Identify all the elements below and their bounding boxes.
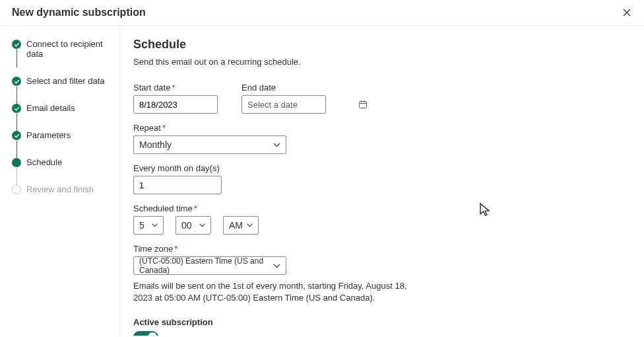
check-icon — [12, 77, 21, 86]
close-icon — [623, 9, 631, 17]
start-date-input[interactable] — [133, 95, 218, 114]
page-title: New dynamic subscription — [12, 7, 146, 19]
minute-value: 00 — [181, 220, 192, 231]
step-review-finish[interactable]: Review and finish — [12, 184, 112, 194]
step-schedule[interactable]: Schedule — [12, 157, 112, 167]
timezone-value: (UTC-05:00) Eastern Time (US and Canada) — [139, 256, 269, 275]
calendar-icon — [358, 100, 368, 109]
repeat-select[interactable]: Monthly — [133, 135, 286, 154]
schedule-summary: Emails will be sent on the 1st of every … — [133, 280, 417, 304]
every-month-input-wrap[interactable] — [133, 176, 222, 194]
step-email-details[interactable]: Email details — [12, 103, 112, 113]
section-description: Send this email out on a recurring sched… — [133, 57, 626, 67]
step-label: Review and finish — [26, 184, 94, 194]
toggle-knob — [148, 332, 157, 336]
ampm-value: AM — [229, 220, 243, 231]
check-icon — [12, 40, 21, 49]
step-parameters[interactable]: Parameters — [12, 130, 112, 140]
future-step-icon — [12, 185, 21, 194]
step-label: Select and filter data — [26, 76, 105, 86]
chevron-down-icon — [273, 143, 280, 147]
close-button[interactable] — [622, 7, 632, 18]
end-date-input[interactable] — [242, 95, 326, 114]
start-date-field[interactable] — [139, 100, 250, 110]
timezone-select[interactable]: (UTC-05:00) Eastern Time (US and Canada) — [133, 256, 286, 275]
active-subscription-label: Active subscription — [133, 317, 626, 327]
active-subscription-toggle[interactable] — [133, 331, 158, 336]
hour-select[interactable]: 5 — [133, 216, 164, 235]
step-select-filter-data[interactable]: Select and filter data — [12, 76, 112, 86]
step-label: Connect to recipient data — [26, 39, 103, 59]
chevron-down-icon — [199, 223, 205, 227]
step-label: Parameters — [26, 130, 71, 140]
every-month-label: Every month on day(s) — [133, 163, 626, 173]
main-content: Schedule Send this email out on a recurr… — [120, 26, 644, 336]
check-icon — [12, 131, 21, 140]
start-date-label: Start date* — [133, 83, 218, 93]
repeat-value: Monthly — [139, 139, 172, 150]
svg-rect-4 — [360, 102, 367, 108]
section-title: Schedule — [133, 38, 626, 52]
repeat-label: Repeat* — [133, 123, 626, 133]
minute-select[interactable]: 00 — [176, 216, 211, 235]
chevron-down-icon — [152, 223, 158, 227]
every-month-input[interactable] — [139, 180, 250, 190]
timezone-label: Time zone* — [133, 244, 626, 254]
end-date-field[interactable] — [247, 100, 358, 110]
chevron-down-icon — [273, 264, 280, 268]
check-icon — [12, 104, 21, 113]
end-date-label: End date — [242, 83, 326, 93]
scheduled-time-label: Scheduled time* — [133, 204, 626, 213]
ampm-select[interactable]: AM — [223, 216, 259, 235]
chevron-down-icon — [247, 223, 253, 227]
wizard-steps: Connect to recipient data Select and fil… — [0, 26, 120, 336]
step-label: Schedule — [26, 157, 62, 167]
step-label: Email details — [26, 103, 75, 113]
step-connect-recipient-data[interactable]: Connect to recipient data — [12, 39, 112, 59]
hour-value: 5 — [139, 220, 145, 231]
current-step-icon — [12, 158, 21, 167]
